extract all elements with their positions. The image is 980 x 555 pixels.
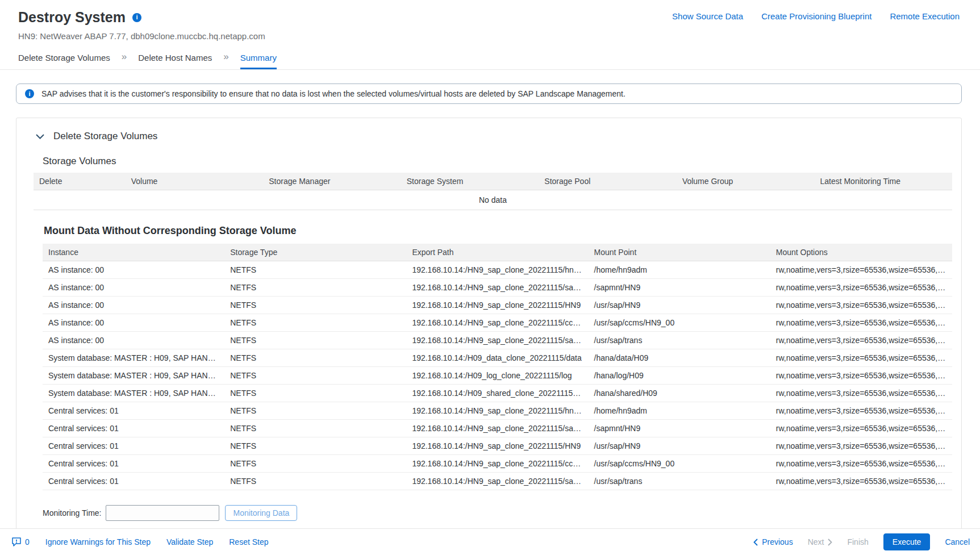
summary-card: Delete Storage Volumes Storage Volumes D… — [16, 118, 962, 534]
column-header: Volume — [126, 173, 264, 190]
execute-button[interactable]: Execute — [883, 533, 931, 550]
table-cell: /usr/sap/ccms/HN9_00 — [589, 314, 770, 332]
table-row: Central services: 01NETFS192.168.10.14:/… — [43, 420, 952, 437]
table-cell: 192.168.10.14:/HN9_sap_clone_20221115/HN… — [406, 437, 588, 455]
table-cell: 192.168.10.14:/HN9_sap_clone_20221115/sa… — [406, 420, 588, 437]
info-icon-glyph: i — [136, 14, 137, 20]
table-cell: /usr/sap/HN9 — [589, 297, 770, 314]
table-cell: Central services: 01 — [43, 420, 224, 437]
message-bubble-icon — [11, 537, 22, 547]
table-cell: Central services: 01 — [43, 402, 224, 420]
table-cell: 192.168.10.14:/HN9_sap_clone_20221115/hn… — [406, 261, 588, 279]
step-delete-storage-volumes[interactable]: Delete Storage Volumes — [18, 53, 110, 69]
cancel-button[interactable]: Cancel — [945, 537, 970, 546]
column-header: Mount Options — [770, 244, 952, 261]
column-header: Latest Monitoring Time — [814, 173, 952, 190]
table-cell: /usr/sap/trans — [589, 332, 770, 349]
table-cell: 192.168.10.14:/HN9_sap_clone_20221115/HN… — [406, 297, 588, 314]
footer-bar: 0 Ignore Warnings for This Step Validate… — [0, 528, 980, 555]
reset-step-link[interactable]: Reset Step — [229, 537, 268, 546]
validate-step-link[interactable]: Validate Step — [166, 537, 213, 546]
finish-button[interactable]: Finish — [847, 537, 868, 546]
table-cell: NETFS — [224, 385, 406, 402]
table-cell: System database: MASTER : H09, SAP HANA … — [43, 367, 224, 385]
table-row: AS instance: 00NETFS192.168.10.14:/HN9_s… — [43, 279, 952, 297]
panel-delete-storage-volumes[interactable]: Delete Storage Volumes — [26, 126, 952, 147]
table-cell: /usr/sap/trans — [589, 473, 770, 490]
column-header: Export Path — [406, 244, 588, 261]
page-title: Destroy System — [18, 9, 126, 26]
table-row: Central services: 01NETFS192.168.10.14:/… — [43, 437, 952, 455]
table-cell: rw,noatime,vers=3,rsize=65536,wsize=6553… — [770, 437, 952, 455]
table-row: AS instance: 00NETFS192.168.10.14:/HN9_s… — [43, 297, 952, 314]
no-data-text: No data — [34, 190, 952, 210]
table-cell: AS instance: 00 — [43, 314, 224, 332]
table-cell: rw,noatime,vers=3,rsize=65536,wsize=6553… — [770, 349, 952, 367]
mount-table-body: AS instance: 00NETFS192.168.10.14:/HN9_s… — [43, 261, 952, 490]
no-data-row: No data — [34, 190, 952, 210]
show-source-data-link[interactable]: Show Source Data — [672, 11, 743, 21]
page-subtitle: HN9: NetWeaver ABAP 7.77, dbh09clone.muc… — [18, 31, 960, 41]
remote-execution-link[interactable]: Remote Execution — [890, 11, 960, 21]
table-cell: rw,noatime,vers=3,rsize=65536,wsize=6553… — [770, 261, 952, 279]
table-cell: NETFS — [224, 349, 406, 367]
column-header: Storage Manager — [263, 173, 401, 190]
previous-label: Previous — [762, 537, 793, 546]
column-header: Storage Pool — [539, 173, 677, 190]
table-row: Central services: 01NETFS192.168.10.14:/… — [43, 473, 952, 490]
storage-volumes-title: Storage Volumes — [43, 156, 952, 167]
chevron-left-icon — [753, 539, 758, 546]
table-cell: 192.168.10.14:/HN9_sap_clone_20221115/cc… — [406, 314, 588, 332]
table-cell: rw,noatime,vers=3,rsize=65536,wsize=6553… — [770, 402, 952, 420]
message-count: 0 — [25, 537, 30, 546]
table-cell: /hana/log/H09 — [589, 367, 770, 385]
table-header-row: Delete Volume Storage Manager Storage Sy… — [34, 173, 952, 190]
double-chevron-right-icon: » — [223, 51, 228, 69]
table-cell: /usr/sap/HN9 — [589, 437, 770, 455]
next-button[interactable]: Next — [808, 537, 833, 546]
table-row: Central services: 01NETFS192.168.10.14:/… — [43, 455, 952, 473]
table-cell: 192.168.10.14:/HN9_sap_clone_20221115/cc… — [406, 455, 588, 473]
table-cell: rw,noatime,vers=3,rsize=65536,wsize=6553… — [770, 297, 952, 314]
ignore-warnings-link[interactable]: Ignore Warnings for This Step — [45, 537, 151, 546]
table-cell: NETFS — [224, 473, 406, 490]
table-cell: /home/hn9adm — [589, 261, 770, 279]
page-header: Destroy System i Show Source Data Create… — [0, 0, 980, 41]
info-icon: i — [25, 89, 34, 98]
chevron-down-icon — [36, 134, 44, 139]
table-cell: rw,noatime,vers=3,rsize=65536,wsize=6553… — [770, 279, 952, 297]
table-cell: NETFS — [224, 261, 406, 279]
table-cell: /hana/shared/H09 — [589, 385, 770, 402]
table-row: AS instance: 00NETFS192.168.10.14:/HN9_s… — [43, 332, 952, 349]
table-cell: NETFS — [224, 367, 406, 385]
info-icon[interactable]: i — [132, 13, 141, 22]
monitoring-time-label: Monitoring Time: — [43, 508, 101, 518]
table-cell: rw,noatime,vers=3,rsize=65536,wsize=6553… — [770, 332, 952, 349]
step-summary[interactable]: Summary — [240, 53, 277, 69]
table-cell: 192.168.10.14:/H09_data_clone_20221115/d… — [406, 349, 588, 367]
table-cell: NETFS — [224, 402, 406, 420]
table-cell: AS instance: 00 — [43, 297, 224, 314]
previous-button[interactable]: Previous — [753, 537, 793, 546]
table-cell: 192.168.10.14:/HN9_sap_clone_20221115/sa… — [406, 279, 588, 297]
table-cell: /sapmnt/HN9 — [589, 420, 770, 437]
table-cell: NETFS — [224, 437, 406, 455]
table-cell: NETFS — [224, 314, 406, 332]
monitoring-row: Monitoring Time: Monitoring Data — [43, 505, 952, 521]
create-provisioning-blueprint-link[interactable]: Create Provisioning Blueprint — [761, 11, 871, 21]
table-row: System database: MASTER : H09, SAP HANA … — [43, 349, 952, 367]
table-cell: 192.168.10.14:/H09_log_clone_20221115/lo… — [406, 367, 588, 385]
messages-button[interactable]: 0 — [11, 537, 30, 547]
table-cell: Central services: 01 — [43, 437, 224, 455]
table-cell: NETFS — [224, 420, 406, 437]
table-cell: 192.168.10.14:/HN9_sap_clone_20221115/hn… — [406, 402, 588, 420]
wizard-step-bar: Delete Storage Volumes » Delete Host Nam… — [0, 51, 980, 70]
monitoring-time-input[interactable] — [106, 505, 219, 521]
table-cell: /sapmnt/HN9 — [589, 279, 770, 297]
step-delete-host-names[interactable]: Delete Host Names — [138, 53, 212, 69]
table-cell: AS instance: 00 — [43, 261, 224, 279]
table-cell: NETFS — [224, 279, 406, 297]
monitoring-data-button[interactable]: Monitoring Data — [225, 505, 297, 521]
double-chevron-right-icon: » — [122, 51, 127, 69]
chevron-right-icon — [828, 539, 832, 546]
